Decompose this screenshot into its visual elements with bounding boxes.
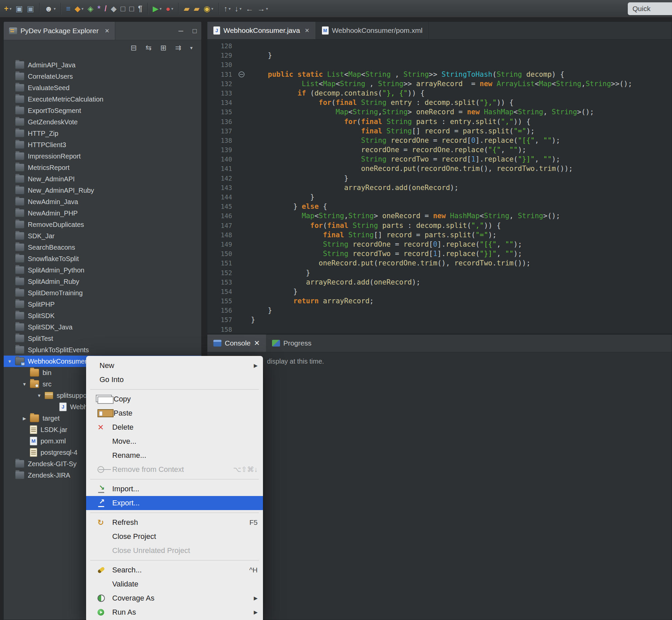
highlighter-icon[interactable]: / <box>103 1 109 16</box>
tree-item-splitadmin-ruby[interactable]: SplitAdmin_Ruby <box>4 276 201 287</box>
tree-item-new-adminapi-ruby[interactable]: New_AdminAPI_Ruby <box>4 185 201 196</box>
quick-access-field[interactable]: Quick <box>628 2 672 15</box>
code-text: if (decomp.contains("}, {")) { <box>251 89 672 98</box>
menu-item-delete[interactable]: ✕Delete <box>86 420 263 434</box>
menu-item-coverage-as[interactable]: Coverage As▶ <box>86 591 263 605</box>
menu-item-close-unrelated-project[interactable]: Close Unrelated Project <box>86 544 263 558</box>
save-all-icon[interactable]: ▣ <box>25 1 36 16</box>
tree-item-sdk-jar[interactable]: SDK_Jar <box>4 230 201 242</box>
menu-item-new[interactable]: New▶ <box>86 359 263 373</box>
menu-item-import[interactable]: Import... <box>86 482 263 496</box>
close-tab-icon[interactable]: ✕ <box>304 27 309 34</box>
copy-icon <box>98 397 114 404</box>
expand-arrow-icon[interactable]: ▼ <box>21 382 28 387</box>
debug-ant-icon[interactable]: ●▾ <box>164 1 175 16</box>
menu-item-refresh[interactable]: ↻RefreshF5 <box>86 515 263 529</box>
forward-icon[interactable]: →▾ <box>255 1 270 16</box>
menu-item-remove-from-context[interactable]: Remove from Context⌥⇧⌘↓ <box>86 463 263 476</box>
tree-item-newadmin-java[interactable]: NewAdmin_Java <box>4 196 201 207</box>
menu-item-go-into[interactable]: Go Into <box>86 373 263 387</box>
menu-item-paste[interactable]: Paste <box>86 406 263 420</box>
tab-progress[interactable]: Progress <box>266 334 318 352</box>
code-line: 141 oneRecord.put(recordOne.trim(), reco… <box>207 164 672 173</box>
new-package-icon[interactable]: ◆▾ <box>73 1 86 16</box>
save-icon[interactable]: ▣ <box>13 1 25 16</box>
user-profile-icon[interactable]: ☻▾ <box>43 1 58 16</box>
java-file-icon: J <box>213 27 220 35</box>
menu-item-validate[interactable]: Validate <box>86 577 263 591</box>
tree-item-splitsdk-java[interactable]: SplitSDK_Java <box>4 321 201 333</box>
menu-item-search[interactable]: Search...^H <box>86 563 263 577</box>
tree-item-httpclient3[interactable]: HTTPClient3 <box>4 139 201 151</box>
tree-item-http-zip[interactable]: HTTP_Zip <box>4 128 201 139</box>
link-with-editor-icon[interactable]: ⇆ <box>146 44 152 52</box>
tree-item-getzendeskvote[interactable]: GetZendeskVote <box>4 116 201 128</box>
tree-item-removeduplicates[interactable]: RemoveDuplicates <box>4 219 201 230</box>
fold-gutter <box>232 202 251 211</box>
next-annotation-icon[interactable]: ↓▾ <box>232 1 243 16</box>
new-document-icon[interactable]: □ <box>127 1 136 16</box>
torch-icon[interactable]: ◉▾ <box>202 1 215 16</box>
minimize-button[interactable]: ─ <box>178 27 183 35</box>
open-type-icon[interactable]: ◈ <box>86 1 96 16</box>
menu-item-export[interactable]: Export... <box>86 496 263 510</box>
collapse-all-icon[interactable]: ⊟ <box>131 44 137 52</box>
open-folder-icon[interactable]: ▰ <box>181 1 191 16</box>
fold-gutter <box>232 41 251 51</box>
menu-item-label: Refresh <box>112 518 241 527</box>
menu-item-copy[interactable]: Copy <box>86 392 263 406</box>
tab-pydev-package-explorer[interactable]: PyDev Package Explorer ✕ <box>4 22 115 40</box>
console-view-icon[interactable]: ≡ <box>64 1 72 16</box>
filters-icon[interactable]: ⇉ <box>175 44 181 52</box>
new-wizard-icon[interactable]: +▾ <box>2 1 13 16</box>
debug-attach-icon[interactable]: ◆ <box>109 1 119 16</box>
close-view-icon[interactable]: ✕ <box>105 28 109 35</box>
expand-arrow-icon[interactable]: ▼ <box>6 359 13 364</box>
show-whitespace-icon[interactable]: ¶ <box>136 1 145 16</box>
fold-gutter <box>232 164 251 173</box>
tree-item-splunktosplitevents[interactable]: SplunkToSplitEvents <box>4 344 201 356</box>
open-folder-alt-icon[interactable]: ▰ <box>191 1 202 16</box>
spray-tool-icon[interactable]: * <box>96 1 103 16</box>
tree-item-correlateusers[interactable]: CorrelateUsers <box>4 71 201 82</box>
tree-item-newadmin-php[interactable]: NewAdmin_PHP <box>4 207 201 219</box>
tree-item-exporttosegment[interactable]: ExportToSegment <box>4 105 201 116</box>
tree-item-metricsreport[interactable]: MetricsReport <box>4 162 201 173</box>
tree-item-splitphp[interactable]: SplitPHP <box>4 299 201 310</box>
tab-console[interactable]: Console✕ <box>207 334 266 352</box>
previous-annotation-icon[interactable]: ↑▾ <box>222 1 233 16</box>
tree-item-splitdemotraining[interactable]: SplitDemoTraining <box>4 287 201 299</box>
expand-arrow-icon[interactable]: ▼ <box>36 393 43 398</box>
run-icon[interactable]: ▶▾ <box>151 1 164 16</box>
project-icon <box>15 198 24 206</box>
menu-item-run-as[interactable]: Run As▶ <box>86 605 263 619</box>
tree-item-executemetriccalculation[interactable]: ExecuteMetricCalculation <box>4 94 201 105</box>
tree-item-searchbeacons[interactable]: SearchBeacons <box>4 242 201 253</box>
code-editor[interactable]: 128129 }130131 public static List<Map<St… <box>207 39 672 334</box>
menu-item-close-project[interactable]: Close Project <box>86 529 263 544</box>
project-icon <box>15 300 24 308</box>
expand-all-icon[interactable]: ⊞ <box>161 44 167 52</box>
fold-collapse-icon[interactable] <box>238 71 244 78</box>
project-icon <box>15 107 24 115</box>
tree-item-splittest[interactable]: SplitTest <box>4 333 201 344</box>
back-icon[interactable]: ← <box>243 1 255 16</box>
tab-webhookconsumer-pom-xml[interactable]: MWebhookConsumer/pom.xml <box>316 22 429 39</box>
maximize-button[interactable]: □ <box>192 27 197 35</box>
menu-item-move[interactable]: Move... <box>86 434 263 449</box>
tree-item-impressionreport[interactable]: ImpressionReport <box>4 151 201 162</box>
tree-item-evaluateseed[interactable]: EvaluateSeed <box>4 82 201 94</box>
tree-item-adminapi-java[interactable]: AdminAPI_Java <box>4 59 201 71</box>
menu-separator <box>90 560 259 561</box>
menu-item-rename[interactable]: Rename... <box>86 449 263 463</box>
tree-item-splitadmin-python[interactable]: SplitAdmin_Python <box>4 264 201 276</box>
tree-item-new-adminapi[interactable]: New_AdminAPI <box>4 173 201 185</box>
tree-item-splitsdk[interactable]: SplitSDK <box>4 310 201 321</box>
view-menu-icon[interactable]: ▾ <box>190 45 192 51</box>
project-icon <box>15 220 24 228</box>
copy-view-icon[interactable]: □ <box>119 1 127 16</box>
tab-webhookconsumer-java[interactable]: JWebhookConsumer.java✕ <box>207 22 316 39</box>
tree-item-snowflaketosplit[interactable]: SnowflakeToSplit <box>4 253 201 264</box>
close-tab-icon[interactable]: ✕ <box>254 339 260 347</box>
expand-arrow-icon[interactable]: ▶ <box>21 416 28 421</box>
